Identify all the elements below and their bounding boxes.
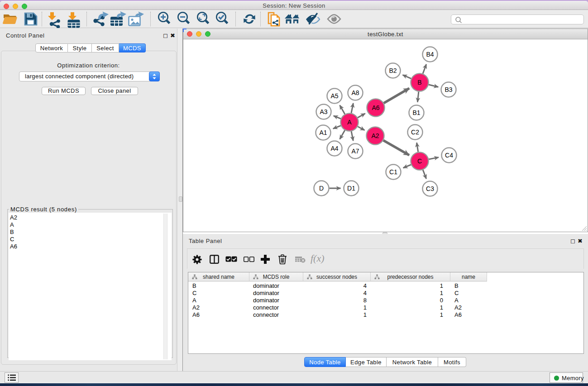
svg-text:A7: A7 xyxy=(351,148,359,155)
svg-text:B: B xyxy=(417,79,421,86)
svg-text:B1: B1 xyxy=(412,109,420,116)
svg-text:B4: B4 xyxy=(426,51,434,58)
svg-text:A5: A5 xyxy=(330,92,338,100)
svg-text:C1: C1 xyxy=(389,168,397,176)
svg-text:B3: B3 xyxy=(445,86,452,93)
svg-text:A2: A2 xyxy=(371,132,379,139)
svg-text:A3: A3 xyxy=(320,108,327,115)
svg-text:C2: C2 xyxy=(411,129,419,136)
svg-text:A: A xyxy=(347,119,352,126)
svg-text:C: C xyxy=(417,157,422,165)
svg-text:A4: A4 xyxy=(330,145,338,152)
svg-text:C4: C4 xyxy=(445,152,453,159)
svg-text:C3: C3 xyxy=(426,185,434,192)
svg-text:B2: B2 xyxy=(389,67,397,74)
svg-text:A6: A6 xyxy=(372,104,379,111)
svg-text:A1: A1 xyxy=(319,129,327,136)
svg-text:D1: D1 xyxy=(347,185,355,192)
svg-text:D: D xyxy=(319,185,324,192)
svg-text:A8: A8 xyxy=(351,89,359,96)
